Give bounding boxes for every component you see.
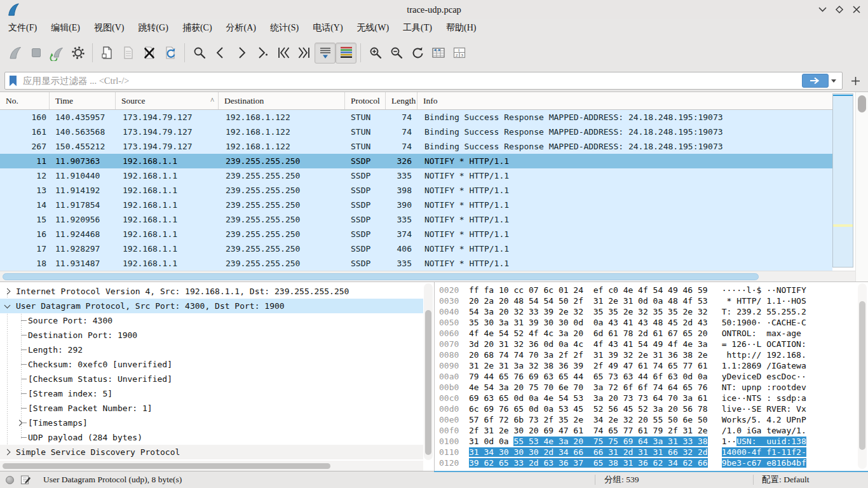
table-row[interactable]: 1811.931487192.168.1.1239.255.255.250SSD… xyxy=(0,256,832,271)
table-row[interactable]: 1211.910440192.168.1.1239.255.255.250SSD… xyxy=(0,168,832,183)
details-vscroll-thumb[interactable] xyxy=(425,310,431,455)
table-row[interactable]: 1411.917854192.168.1.1239.255.255.250SSD… xyxy=(0,198,832,212)
hex-row[interactable]: 00e057 6f 72 6b 73 2f 35 2e 34 2e 32 20 … xyxy=(435,414,806,425)
menu-item-2[interactable]: 视图(V) xyxy=(87,20,131,36)
hex-row[interactable]: 00c069 63 65 0d 0a 4e 54 53 3a 20 73 73 … xyxy=(435,393,806,403)
detail-row[interactable]: Destination Port: 1900 xyxy=(0,328,423,342)
hex-row[interactable]: 00d06c 69 76 65 0d 0a 53 45 52 56 45 52 … xyxy=(435,403,806,414)
hex-row[interactable]: 00f02f 31 2e 30 20 69 47 61 74 65 77 61 … xyxy=(435,425,806,436)
first-packet-button[interactable] xyxy=(273,43,294,64)
hex-row[interactable]: 005035 30 3a 31 39 30 30 0d 0a 43 41 43 … xyxy=(435,317,806,328)
minimize-button[interactable] xyxy=(816,3,829,16)
table-row[interactable]: 1511.920956192.168.1.1239.255.255.250SSD… xyxy=(0,212,832,227)
packet-list-minimap[interactable] xyxy=(832,93,853,268)
expander-icon[interactable] xyxy=(4,288,11,295)
resize-columns-button[interactable] xyxy=(428,43,449,64)
save-file-button[interactable] xyxy=(118,43,139,64)
hex-row[interactable]: 008020 68 74 74 70 3a 2f 2f 31 39 32 2e … xyxy=(435,349,806,360)
apply-filter-button[interactable] xyxy=(802,74,829,88)
hex-row[interactable]: 012039 62 65 33 2d 63 36 37 65 38 31 36 … xyxy=(435,458,806,468)
hex-row[interactable]: 011031 34 30 30 30 2d 34 66 66 31 2d 31 … xyxy=(435,447,806,458)
add-filter-button[interactable] xyxy=(847,72,864,89)
detail-row[interactable]: Length: 292 xyxy=(0,342,423,357)
expander-icon[interactable] xyxy=(4,302,11,309)
detail-row[interactable]: [Timestamps] xyxy=(0,416,423,430)
hex-row[interactable]: 0020ff fa 10 cc 07 6c 01 24 ef c0 4e 4f … xyxy=(435,285,806,295)
stop-capture-button[interactable] xyxy=(25,43,46,64)
status-profile[interactable]: 配置: Default xyxy=(762,474,810,485)
details-hscroll-thumb[interactable] xyxy=(3,463,330,469)
menu-item-0[interactable]: 文件(F) xyxy=(1,20,44,36)
hex-row[interactable]: 00a079 44 65 76 69 63 65 44 65 73 63 44 … xyxy=(435,371,806,382)
auto-scroll-button[interactable] xyxy=(315,43,336,64)
close-button[interactable] xyxy=(850,3,863,16)
table-row[interactable]: 267150.455212173.194.79.127192.168.1.122… xyxy=(0,139,832,154)
menu-item-3[interactable]: 跳转(G) xyxy=(131,20,175,36)
hex-row[interactable]: 004054 3a 20 32 33 39 2e 32 35 35 2e 32 … xyxy=(435,306,806,317)
close-file-button[interactable] xyxy=(139,43,159,64)
menu-item-1[interactable]: 编辑(E) xyxy=(44,20,87,36)
expander-icon[interactable] xyxy=(4,449,11,456)
open-file-button[interactable] xyxy=(97,43,118,64)
detail-row[interactable]: UDP payload (284 bytes) xyxy=(0,430,423,445)
capture-comment-icon[interactable] xyxy=(20,475,31,485)
detail-row[interactable]: User Datagram Protocol, Src Port: 4300, … xyxy=(0,299,423,313)
expert-info-button[interactable] xyxy=(6,476,14,484)
detail-row[interactable]: Simple Service Discovery Protocol xyxy=(0,445,423,459)
column-header-dst[interactable]: Destination xyxy=(219,92,345,109)
detail-row[interactable]: Checksum: 0xefc0 [unverified] xyxy=(0,357,423,372)
filter-dropdown-caret[interactable] xyxy=(831,79,836,83)
column-header-time[interactable]: Time xyxy=(50,92,116,109)
hex-row[interactable]: 00604f 4e 54 52 4f 4c 3a 20 6d 61 78 2d … xyxy=(435,328,806,339)
zoom-out-button[interactable] xyxy=(386,43,407,64)
detail-row[interactable]: Source Port: 4300 xyxy=(0,313,423,328)
hex-row[interactable]: 009031 2e 31 3a 32 38 36 39 2f 49 47 61 … xyxy=(435,360,806,371)
column-header-len[interactable]: Length xyxy=(386,92,417,109)
reload-file-button[interactable] xyxy=(159,43,180,64)
table-row[interactable]: 1711.928297192.168.1.1239.255.255.250SSD… xyxy=(0,241,832,256)
restart-capture-button[interactable] xyxy=(46,43,67,64)
hex-vscroll-thumb[interactable] xyxy=(859,301,865,450)
column-header-src[interactable]: Source^ xyxy=(116,92,219,109)
last-packet-button[interactable] xyxy=(294,43,315,64)
menu-item-8[interactable]: 无线(W) xyxy=(350,20,397,36)
packet-list-vscroll-thumb[interactable] xyxy=(858,95,866,112)
go-back-button[interactable] xyxy=(210,43,231,64)
go-to-packet-button[interactable] xyxy=(252,43,273,64)
detail-row[interactable]: [Checksum Status: Unverified] xyxy=(0,372,423,386)
go-forward-button[interactable] xyxy=(231,43,252,64)
layout-button[interactable]: 1 2 3 xyxy=(449,43,470,64)
detail-row[interactable]: Internet Protocol Version 4, Src: 192.16… xyxy=(0,284,423,299)
column-header-proto[interactable]: Protocol xyxy=(345,92,386,109)
menu-item-9[interactable]: 工具(T) xyxy=(396,20,439,36)
packet-list-hscroll-thumb[interactable] xyxy=(3,273,759,280)
hex-row[interactable]: 003020 2a 20 48 54 54 50 2f 31 2e 31 0d … xyxy=(435,295,806,306)
table-row[interactable]: 1611.924468192.168.1.1239.255.255.250SSD… xyxy=(0,227,832,241)
display-filter-field[interactable] xyxy=(4,72,843,90)
zoom-reset-button[interactable] xyxy=(407,43,428,64)
colorize-button[interactable] xyxy=(336,43,356,64)
display-filter-input[interactable] xyxy=(22,75,802,87)
start-capture-button[interactable] xyxy=(4,43,25,64)
table-row[interactable]: 160140.435957173.194.79.127192.168.1.122… xyxy=(0,110,832,125)
hex-row[interactable]: 00b04e 54 3a 20 75 70 6e 70 3a 72 6f 6f … xyxy=(435,382,806,393)
table-row[interactable]: 1111.907363192.168.1.1239.255.255.250SSD… xyxy=(0,154,832,168)
filter-bookmark-icon[interactable] xyxy=(10,76,17,86)
hex-row[interactable]: 010031 0d 0a 55 53 4e 3a 20 75 75 69 64 … xyxy=(435,436,806,447)
detail-row[interactable]: [Stream index: 5] xyxy=(0,386,423,401)
table-row[interactable]: 1311.914192192.168.1.1239.255.255.250SSD… xyxy=(0,183,832,198)
table-row[interactable]: 161140.563568173.194.79.127192.168.1.122… xyxy=(0,125,832,139)
menu-item-6[interactable]: 统计(S) xyxy=(263,20,306,36)
hex-row[interactable]: 00703d 20 31 32 36 0d 0a 4c 4f 43 41 54 … xyxy=(435,339,806,349)
menu-item-7[interactable]: 电话(Y) xyxy=(306,20,349,36)
menu-item-4[interactable]: 捕获(C) xyxy=(175,20,219,36)
menu-item-5[interactable]: 分析(A) xyxy=(219,20,263,36)
column-header-info[interactable]: Info xyxy=(417,92,832,109)
zoom-in-button[interactable] xyxy=(365,43,386,64)
capture-options-button[interactable] xyxy=(67,43,88,64)
column-header-no[interactable]: No. xyxy=(0,92,50,109)
menu-item-10[interactable]: 帮助(H) xyxy=(439,20,483,36)
find-packet-button[interactable] xyxy=(189,43,210,64)
maximize-button[interactable] xyxy=(833,3,846,16)
detail-row[interactable]: [Stream Packet Number: 1] xyxy=(0,401,423,416)
